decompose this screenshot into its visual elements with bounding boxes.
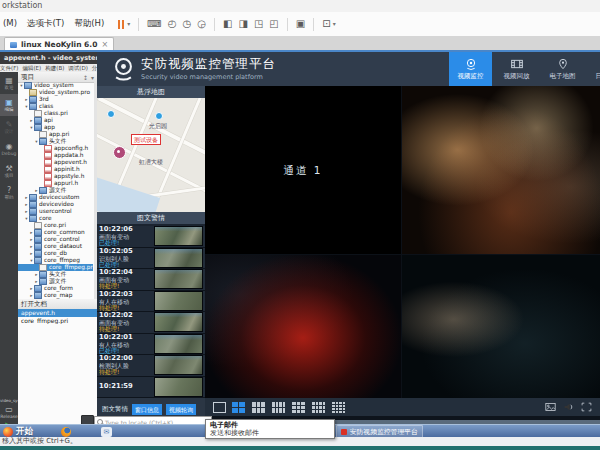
firefox-icon[interactable] [61, 427, 71, 437]
qt-menu-item[interactable]: 调试(D) [68, 65, 88, 72]
layout-cell [343, 408, 346, 410]
tree-item[interactable]: ▸core_common [18, 229, 93, 236]
nav-日志查询[interactable]: 日志查询 [587, 52, 600, 86]
tree-item[interactable]: core.pri [18, 222, 93, 229]
mode-项目[interactable]: ⚒项目 [0, 160, 18, 182]
vm-tab-linux-neokylin[interactable]: linux NeoKylin 6.0 × [4, 37, 114, 51]
alert-item[interactable]: 10:22:03有人在移动待处理! [97, 291, 205, 313]
fullscreen-icon[interactable] [581, 402, 592, 412]
tree-item[interactable]: ▾video_system [18, 82, 93, 89]
vm-menu-item[interactable]: 选项卡(T) [27, 18, 64, 30]
layout-9[interactable] [291, 401, 306, 414]
alert-item[interactable]: 10:22:00检测到人脸待处理! [97, 355, 205, 377]
kit-selector[interactable]: ▭ Release [0, 405, 18, 419]
mode-欢迎[interactable]: ▦欢迎 [0, 72, 18, 94]
alert-item[interactable]: 10:22:04画面有变动待处理! [97, 269, 205, 291]
tree-item[interactable]: ▸源文件 [18, 187, 93, 194]
video-pane-2[interactable] [402, 86, 600, 254]
tree-item[interactable]: ▸devicecustom [18, 194, 93, 201]
mode-Debug[interactable]: ◉Debug [0, 138, 18, 160]
nav-视频回放[interactable]: 视频回放 [495, 52, 538, 86]
tree-item[interactable]: appdata.h [18, 152, 93, 159]
tree-item[interactable]: ▸源文件 [18, 278, 93, 285]
qt-menu-item[interactable]: 构建(B) [45, 65, 64, 72]
tree-item[interactable]: appinit.h [18, 166, 93, 173]
tree-item[interactable]: ▸core_dataout [18, 243, 93, 250]
tree-item[interactable]: ▸core_db [18, 250, 93, 257]
tree-item[interactable]: ▾core [18, 215, 93, 222]
tree-item[interactable]: ▸usercontrol [18, 208, 93, 215]
video-pane-3[interactable] [205, 255, 401, 398]
video-pane-channel-1[interactable]: 通道 1 [205, 86, 401, 254]
footer-button-视频轮询[interactable]: 视频轮询 [166, 404, 196, 415]
alert-item[interactable]: 10:21:59 [97, 377, 205, 399]
alert-item[interactable]: 10:22:06画面有变动已处理! [97, 226, 205, 248]
snapshot-take-icon[interactable]: ◴ [168, 17, 177, 31]
nav-电子地图[interactable]: 电子地图 [541, 52, 584, 86]
tree-item[interactable]: ▸core_map [18, 292, 93, 299]
mail-icon[interactable]: ✉ [101, 427, 112, 437]
snapshot-icon[interactable] [545, 402, 556, 412]
open-document-item[interactable]: appevent.h [18, 309, 97, 317]
map-marker-icon[interactable] [155, 112, 163, 120]
thumbnail-bar-icon[interactable]: ◨ [238, 17, 247, 31]
mode-设计[interactable]: ✎设计 [0, 116, 18, 138]
layout-12[interactable] [311, 401, 326, 414]
open-documents-label: 打开文档 [21, 300, 47, 309]
console-view-icon[interactable]: ◳ [254, 17, 263, 31]
tree-item[interactable]: ▸devicevideo [18, 201, 93, 208]
vm-menu-item[interactable]: 帮助(H) [74, 18, 104, 30]
layout-8[interactable] [271, 401, 286, 414]
alert-item[interactable]: 10:22:01有人在移动已处理! [97, 334, 205, 356]
tree-item[interactable]: video_system.pro [18, 89, 93, 96]
qt-menu-item[interactable]: 文件(F) [0, 65, 18, 72]
pause-button[interactable]: ▾ [117, 17, 130, 31]
tree-item[interactable]: ▾core_ffmpeg [18, 257, 93, 264]
snapshot-revert-icon[interactable]: ◷ [183, 17, 192, 31]
tree-item[interactable]: appstyle.h [18, 173, 93, 180]
tree-item[interactable]: class.pri [18, 110, 93, 117]
tree-item[interactable]: ▾class [18, 103, 93, 110]
footer-button-窗口信息[interactable]: 窗口信息 [132, 404, 162, 415]
alert-item[interactable]: 10:22:02画面有变动待处理! [97, 312, 205, 334]
audio-icon[interactable] [563, 402, 574, 412]
unity-view-icon[interactable]: ◰ [269, 17, 278, 31]
tree-item[interactable]: appevent.h [18, 159, 93, 166]
tree-item[interactable]: ▸core_form [18, 285, 93, 292]
vm-tab-close-icon[interactable]: × [101, 40, 108, 49]
sync-icon[interactable]: ↕ [83, 74, 88, 81]
layout-16[interactable] [331, 401, 346, 414]
tree-item[interactable]: ▸3rd [18, 96, 93, 103]
tree-item[interactable]: appurl.h [18, 180, 93, 187]
open-document-item[interactable]: core_ffmpeg.pri [18, 317, 97, 325]
send-keys-icon[interactable]: ⌨ [147, 17, 161, 31]
vm-menu-item[interactable]: (M) [3, 18, 17, 30]
fit-screen-button[interactable]: ⊡▾ [322, 17, 335, 31]
tree-item[interactable]: ▾app [18, 124, 93, 131]
nav-视频监控[interactable]: 视频监控 [449, 52, 492, 86]
snapshot-manager-icon[interactable]: ◶ [197, 17, 206, 31]
tree-item[interactable]: core_ffmpeg.pri [18, 264, 93, 271]
start-button[interactable]: 开始 [3, 426, 33, 438]
qt-menu-item[interactable]: 编辑(E) [22, 65, 41, 72]
camera-marker-icon[interactable] [113, 146, 126, 159]
terminal-icon[interactable]: ▣ [296, 17, 305, 31]
filter-icon[interactable]: ▾ [91, 74, 94, 81]
map-marker-icon[interactable] [107, 110, 115, 118]
layout-6[interactable] [251, 401, 266, 414]
alert-item[interactable]: 10:22:05识别到人脸已处理! [97, 248, 205, 270]
layout-1[interactable] [213, 402, 226, 413]
video-pane-4[interactable] [402, 255, 600, 398]
library-panel-icon[interactable]: ◧ [223, 17, 232, 31]
mode-帮助[interactable]: ?帮助 [0, 182, 18, 204]
mode-编辑[interactable]: ▣编辑 [0, 94, 18, 116]
layout-4[interactable] [231, 401, 246, 414]
tree-item[interactable]: app.pri [18, 131, 93, 138]
tree-item[interactable]: ▸core_control [18, 236, 93, 243]
tree-item[interactable]: ▾头文件 [18, 138, 93, 145]
tree-item[interactable]: appconfig.h [18, 145, 93, 152]
tree-item[interactable]: ▸头文件 [18, 271, 93, 278]
tree-item[interactable]: ▸api [18, 117, 93, 124]
mode-icon: ⚒ [5, 164, 12, 173]
floating-map[interactable]: 光启园 测试设备 虹漕大楼 [97, 98, 205, 212]
